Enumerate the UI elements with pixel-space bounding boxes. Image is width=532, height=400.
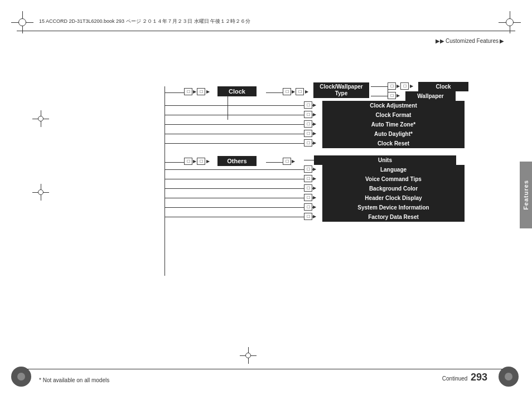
breadcrumb: ▶▶ Customized Features ▶ [436, 38, 504, 44]
file-info: 15 ACCORD 2D-31T3L6200.book 293 ページ ２０１４… [39, 18, 250, 25]
voice-command-label: Voice Command Tips [322, 174, 465, 184]
vline-clock-wallpaper [388, 86, 388, 98]
header-clock-label: Header Clock Display [322, 193, 465, 203]
factory-reset-label: Factory Data Reset [322, 212, 465, 222]
clock-item-clock: Clock [418, 82, 468, 91]
side-tab-label: Features [523, 180, 529, 210]
page-number: 293 [471, 372, 487, 383]
corner-decoration-tr [499, 11, 521, 33]
clock-item-wallpaper: Wallpaper [405, 91, 456, 101]
side-tab: Features [520, 162, 532, 228]
clock-icon-r1: ☐ [283, 88, 291, 95]
footnote: * Not available on all models [39, 377, 109, 383]
breadcrumb-arrow1: ▶▶ [436, 38, 444, 44]
clock-format-label: Clock Format [322, 110, 465, 120]
clock-icon-2: ☐ [197, 88, 205, 95]
crosshair-bottom-mid [240, 347, 257, 364]
crosshair-left-bottom [32, 184, 49, 201]
corner-decoration-bl [11, 367, 33, 389]
units-label: Units [314, 155, 456, 165]
bottom-line [17, 369, 515, 369]
header-line [17, 31, 515, 31]
clock-wallpaper-type-label: Clock/WallpaperType [313, 82, 369, 98]
crosshair-left-mid [32, 110, 49, 127]
language-label: Language [322, 165, 465, 174]
system-device-label: System Device Information [322, 203, 465, 212]
continued-label: Continued [442, 375, 468, 382]
others-icon-2: ☐ [197, 158, 205, 165]
auto-timezone-label: Auto Time Zone* [322, 120, 465, 129]
continued: Continued 293 [442, 372, 487, 383]
clock-adjustment-label: Clock Adjustment [322, 101, 465, 110]
others-icon-r1: ☐ [283, 158, 291, 165]
breadcrumb-arrow2: ▶ [500, 38, 504, 44]
clock-icon-1: ☐ [184, 88, 192, 95]
auto-daylight-label: Auto Daylight* [322, 129, 465, 139]
corner-decoration-tl [11, 11, 33, 33]
clock-reset-label: Clock Reset [322, 139, 465, 148]
clock-label: Clock [217, 86, 257, 96]
clock-icon-r2: ☐ [296, 88, 304, 95]
breadcrumb-title: Customized Features [446, 38, 499, 44]
others-icon-1: ☐ [184, 158, 192, 165]
others-label: Others [217, 156, 257, 166]
background-color-label: Background Color [322, 184, 465, 193]
corner-decoration-br [499, 367, 521, 389]
